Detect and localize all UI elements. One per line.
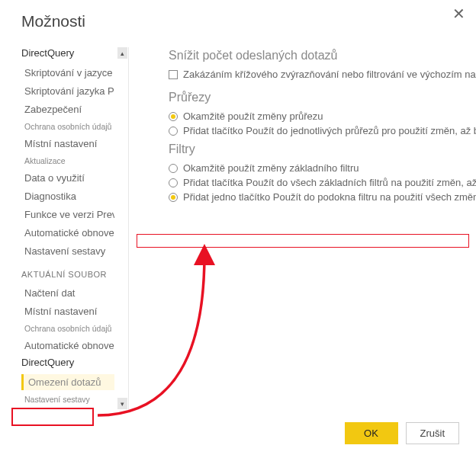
checkbox-disable-crosshighlight-label: Zakázáním křížového zvýrazňování nebo fi… — [183, 69, 476, 80]
sidebar-item-python-scripting[interactable]: Skriptování jazyka Python — [21, 83, 114, 99]
sidebar-item-directquery1[interactable]: DirectQuery — [21, 47, 114, 59]
radio-slicer-apply-button-label: Přidat tlačítko Použít do jednotlivých p… — [183, 125, 476, 136]
sidebar-item-preview-features[interactable]: Funkce ve verzi Preview — [21, 207, 114, 223]
dialog-title: Možnosti — [21, 12, 476, 30]
sidebar-item-local-settings2[interactable]: Místní nastavení — [21, 303, 114, 319]
radio-slicer-instant-label: Okamžitě použít změny průřezu — [183, 110, 323, 122]
sidebar-item-privacy1[interactable]: Ochrana osobních údajů — [21, 120, 114, 133]
radio-filter-apply-all[interactable] — [169, 193, 178, 202]
sidebar-item-auto-recovery1[interactable]: Automatické obnovení — [21, 225, 114, 241]
sidebar-item-r-scripting[interactable]: Skriptování v jazyce R — [21, 65, 114, 81]
sidebar-item-reduce-queries[interactable]: Omezení dotazů — [21, 374, 114, 390]
sidebar-item-updates[interactable]: Aktualizace — [21, 154, 114, 168]
radio-slicer-apply-button[interactable] — [169, 127, 178, 136]
scroll-up-icon[interactable]: ▴ — [117, 47, 127, 59]
section-reduce-queries: Snížit počet odeslaných dotazů — [169, 49, 476, 62]
sidebar-item-usage-data[interactable]: Data o využití — [21, 170, 114, 186]
radio-filter-instant-label: Okamžitě použít změny základního filtru — [183, 162, 359, 174]
sidebar-item-data-load[interactable]: Načtení dat — [21, 285, 114, 301]
options-content: Snížit počet odeslaných dotazů Zakázáním… — [128, 47, 476, 412]
scroll-down-icon[interactable]: ▾ — [117, 398, 127, 409]
sidebar-item-security[interactable]: Zabezpečení — [21, 101, 114, 117]
dialog-footer: OK Zrušit — [345, 422, 460, 444]
radio-filter-apply-each[interactable] — [169, 178, 178, 187]
sidebar-item-diagnostics[interactable]: Diagnostika — [21, 188, 114, 204]
sidebar-item-local-settings1[interactable]: Místní nastavení — [21, 136, 114, 152]
checkbox-disable-crosshighlight[interactable] — [169, 70, 178, 79]
sidebar-section-current-file: AKTUÁLNÍ SOUBOR — [21, 270, 114, 279]
radio-filter-apply-each-label: Přidat tlačítka Použít do všech základní… — [183, 177, 476, 188]
section-filters: Filtry — [169, 143, 476, 156]
sidebar: ▴ DirectQuery Skriptování v jazyce R Skr… — [21, 47, 114, 412]
cancel-button[interactable]: Zrušit — [406, 422, 460, 444]
radio-filter-instant[interactable] — [169, 164, 178, 173]
section-slicers: Průřezy — [169, 91, 476, 104]
sidebar-item-report-settings1[interactable]: Nastavení sestavy — [21, 243, 114, 259]
ok-button[interactable]: OK — [345, 422, 398, 444]
sidebar-item-auto-recovery2[interactable]: Automatické obnovení — [21, 338, 114, 354]
sidebar-item-report-settings2[interactable]: Nastavení sestavy — [21, 392, 114, 406]
radio-filter-apply-all-label: Přidat jedno tlačítko Použít do podokna … — [183, 191, 476, 203]
close-icon[interactable]: ✕ — [452, 5, 465, 23]
sidebar-item-directquery2[interactable]: DirectQuery — [21, 357, 114, 368]
radio-slicer-instant[interactable] — [169, 112, 178, 121]
sidebar-item-privacy2[interactable]: Ochrana osobních údajů — [21, 322, 114, 335]
